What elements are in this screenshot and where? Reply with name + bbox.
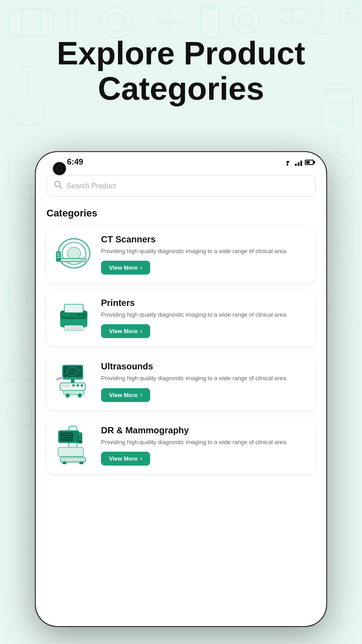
svg-point-11 (232, 7, 259, 34)
phone-camera (53, 162, 66, 175)
svg-rect-9 (201, 7, 219, 38)
svg-point-76 (82, 313, 86, 317)
page-title: Explore Product Categories (0, 36, 362, 106)
dr-mammography-info: DR & Mammography Providing high quality … (101, 425, 308, 466)
svg-rect-65 (57, 254, 60, 256)
svg-point-45 (348, 317, 358, 327)
svg-point-92 (79, 394, 81, 396)
svg-point-5 (101, 7, 132, 38)
chevron-right-icon: › (140, 392, 142, 398)
battery-icon (305, 160, 314, 165)
svg-rect-77 (61, 318, 86, 319)
svg-rect-104 (78, 434, 82, 435)
svg-rect-74 (63, 313, 70, 317)
chevron-right-icon: › (140, 328, 142, 335)
printers-info: Printers Providing high quality diagnost… (101, 298, 308, 338)
svg-rect-80 (63, 366, 82, 377)
svg-point-75 (77, 313, 81, 317)
ct-scanners-btn-label: View More (109, 264, 138, 271)
svg-point-39 (322, 154, 353, 186)
svg-rect-102 (58, 447, 83, 457)
svg-line-47 (344, 311, 349, 318)
svg-rect-72 (67, 328, 81, 329)
svg-rect-82 (71, 380, 75, 383)
svg-point-60 (67, 247, 80, 259)
ultrasounds-image (54, 361, 94, 399)
svg-point-86 (76, 384, 79, 387)
phone-screen: 6:49 (36, 152, 326, 626)
svg-point-43 (328, 295, 346, 313)
svg-rect-10 (206, 4, 215, 9)
svg-point-55 (286, 164, 288, 165)
category-card-ultrasounds[interactable]: Ultrasounds Providing high quality diagn… (46, 353, 316, 410)
svg-rect-70 (64, 325, 83, 330)
svg-rect-16 (340, 4, 358, 22)
app-content[interactable]: Search Product Categories (36, 170, 326, 622)
ct-scanner-image (54, 234, 94, 272)
ultrasounds-desc: Providing high quality diagnostic imagin… (101, 374, 308, 382)
svg-point-12 (239, 13, 253, 27)
svg-rect-71 (67, 326, 81, 327)
ct-scanners-desc: Providing high quality diagnostic imagin… (101, 247, 308, 255)
search-icon (54, 181, 62, 191)
svg-point-109 (63, 462, 65, 464)
printers-name: Printers (101, 298, 308, 308)
svg-rect-13 (277, 9, 308, 22)
svg-point-87 (81, 384, 84, 387)
wifi-icon (282, 159, 292, 166)
svg-rect-84 (62, 384, 70, 387)
dr-mammography-btn-label: View More (109, 455, 138, 462)
ultrasounds-btn-label: View More (109, 392, 138, 398)
dr-mammography-desc: Providing high quality diagnostic imagin… (101, 438, 308, 446)
ct-scanners-name: CT Scanners (101, 234, 308, 245)
chevron-right-icon: › (140, 265, 142, 271)
ct-scanners-view-more-button[interactable]: View More › (101, 261, 150, 275)
dr-mammography-name: DR & Mammography (101, 425, 308, 436)
ct-scanners-info: CT Scanners Providing high quality diagn… (101, 234, 308, 275)
category-card-dr-mammography[interactable]: DR & Mammography Providing high quality … (46, 417, 316, 474)
ultrasounds-view-more-button[interactable]: View More › (101, 388, 150, 402)
category-card-printers[interactable]: Printers Providing high quality diagnost… (46, 290, 316, 346)
category-card-ct-scanners[interactable]: CT Scanners Providing high quality diagn… (46, 226, 316, 283)
status-icons (282, 159, 314, 166)
printers-desc: Providing high quality diagnostic imagin… (101, 311, 308, 319)
svg-rect-93 (56, 376, 63, 381)
status-bar: 6:49 (36, 152, 326, 170)
status-time: 6:49 (67, 157, 83, 167)
dr-mammography-image (54, 425, 94, 463)
title-line1: Explore Product (57, 35, 305, 71)
signal-icon (295, 159, 302, 166)
title-line2: Categories (98, 71, 264, 106)
svg-line-57 (59, 186, 62, 188)
printers-view-more-button[interactable]: View More › (101, 324, 150, 338)
svg-point-91 (67, 394, 68, 396)
svg-rect-62 (80, 260, 88, 262)
search-bar[interactable]: Search Product (46, 175, 316, 197)
printers-btn-label: View More (109, 328, 138, 335)
svg-rect-106 (78, 439, 82, 440)
svg-rect-105 (78, 436, 82, 438)
svg-rect-69 (64, 305, 83, 313)
categories-heading: Categories (46, 208, 316, 219)
svg-rect-83 (60, 383, 85, 390)
svg-rect-0 (9, 9, 54, 36)
svg-rect-3 (67, 4, 76, 31)
phone-frame: 6:49 (36, 152, 326, 626)
svg-point-6 (107, 13, 125, 31)
svg-rect-64 (57, 253, 60, 254)
ultrasounds-info: Ultrasounds Providing high quality diagn… (101, 361, 308, 402)
chevron-right-icon: › (140, 455, 142, 462)
svg-rect-66 (57, 257, 60, 258)
ultrasounds-name: Ultrasounds (101, 361, 308, 372)
printers-image (54, 298, 94, 336)
svg-point-85 (72, 384, 75, 387)
search-placeholder: Search Product (67, 182, 116, 190)
dr-mammography-view-more-button[interactable]: View More › (101, 452, 150, 466)
svg-point-110 (80, 462, 82, 464)
